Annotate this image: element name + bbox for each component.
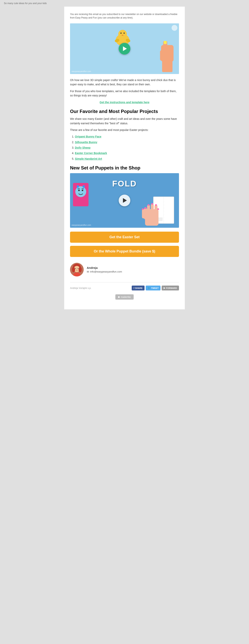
mailerlite-dot (118, 296, 120, 298)
svg-point-17 (82, 190, 83, 191)
video-1[interactable]: easypeasyandfun.com (70, 24, 179, 74)
svg-rect-12 (164, 41, 167, 44)
svg-rect-33 (155, 205, 158, 211)
svg-point-15 (75, 186, 86, 197)
svg-point-1 (118, 30, 127, 38)
email-icon: ✉ (87, 270, 89, 273)
svg-rect-32 (151, 204, 154, 211)
svg-point-19 (82, 185, 85, 188)
svg-point-41 (79, 267, 82, 272)
svg-point-35 (151, 203, 154, 205)
cta-easter-set-button[interactable]: Get the Easter Set (70, 232, 179, 243)
forward-label: FORWARD (166, 287, 177, 289)
forward-icon: ▶ (164, 287, 165, 289)
email-preheader: So many cute ideas for you and your kids (0, 0, 249, 6)
svg-point-43 (78, 268, 78, 269)
share-button[interactable]: f SHARE (132, 286, 145, 290)
svg-point-2 (120, 32, 122, 34)
mailerlite-footer: mailerlite (70, 294, 179, 304)
play-icon-2 (123, 198, 127, 203)
list-link-5[interactable]: Simple Handprint Art (75, 157, 102, 160)
twitter-icon: 🐦 (148, 287, 150, 289)
author-avatar (70, 263, 84, 276)
svg-rect-31 (147, 205, 150, 212)
svg-point-28 (144, 207, 147, 209)
cta-puppet-bundle-button[interactable]: Or the Whole Puppet Bundle (save $) (70, 246, 179, 257)
video1-watermark: easypeasyandfun.com (72, 70, 91, 72)
list-item: Silhouette Bunny (75, 140, 179, 144)
projects-list: Origami Bunny Face Silhouette Bunny Doil… (75, 134, 179, 161)
section1-heading: Our Favorite and Most Popular Projects (70, 108, 179, 114)
video2-watermark: easypeasyandfun.com (72, 224, 91, 226)
section1-para2: These are a few of our favorite and most… (70, 128, 179, 132)
facebook-icon: f (134, 287, 134, 289)
intro-para2: For those of you who love templates, we'… (70, 89, 179, 98)
svg-point-36 (155, 204, 157, 206)
list-item: Origami Bunny Face (75, 134, 179, 139)
list-link-4[interactable]: Easter Corner Bookmark (75, 152, 107, 155)
svg-rect-9 (160, 50, 163, 60)
author-section: Andreja ✉ info@easypeasyandfun.com (70, 261, 179, 278)
mailerlite-badge[interactable]: mailerlite (115, 294, 133, 300)
tweet-label: TWEET (151, 287, 159, 289)
author-email-row: ✉ info@easypeasyandfun.com (87, 270, 122, 273)
author-info: Andreja ✉ info@easypeasyandfun.com (87, 266, 122, 273)
author-name: Andreja (87, 266, 122, 270)
list-link-1[interactable]: Origami Bunny Face (75, 135, 101, 138)
video1-corner-badge (172, 25, 177, 31)
share-label: SHARE (135, 287, 143, 289)
svg-point-18 (77, 185, 79, 188)
section2-heading: New Set of Puppets in the Shop (70, 165, 179, 171)
svg-point-44 (76, 269, 77, 270)
svg-point-29 (142, 208, 144, 210)
svg-point-40 (72, 267, 75, 272)
svg-point-34 (147, 204, 150, 206)
list-item: Simple Handprint Art (75, 156, 179, 161)
svg-rect-27 (142, 209, 145, 218)
list-link-2[interactable]: Silhouette Bunny (75, 141, 97, 144)
play-icon-1 (123, 46, 127, 51)
play-button-1[interactable] (119, 43, 130, 54)
svg-point-3 (124, 32, 125, 34)
author-email-text: info@easypeasyandfun.com (90, 270, 122, 273)
intro-para1: Oh how we love 3D simple paper crafts! W… (70, 78, 179, 87)
list-item: Doily Sheep (75, 146, 179, 150)
svg-point-42 (75, 268, 76, 269)
footer-company: Andreja Vučajnk s.p. (70, 287, 91, 290)
instructions-link[interactable]: Get the instructions and template here (100, 101, 149, 104)
list-link-3[interactable]: Doily Sheep (75, 146, 90, 149)
mailerlite-label: mailerlite (121, 296, 131, 298)
svg-point-16 (78, 190, 80, 191)
svg-rect-10 (170, 50, 174, 60)
list-item: Easter Corner Bookmark (75, 151, 179, 155)
email-body: You are recieving this email as you subs… (64, 6, 185, 309)
forward-button[interactable]: ▶ FORWARD (162, 286, 179, 290)
fold-text: FOLD (112, 179, 137, 188)
video-2[interactable]: FOLD (70, 173, 179, 228)
svg-rect-11 (162, 60, 172, 72)
email-footer: Andreja Vučajnk s.p. f SHARE 🐦 TWEET ▶ F… (70, 282, 179, 290)
tweet-button[interactable]: 🐦 TWEET (146, 286, 161, 290)
section1-para1: We share soo many Easter (and other) cra… (70, 117, 179, 126)
disclaimer-text: You are recieving this email as you subs… (70, 12, 179, 20)
footer-social-actions: f SHARE 🐦 TWEET ▶ FORWARD (132, 286, 179, 290)
